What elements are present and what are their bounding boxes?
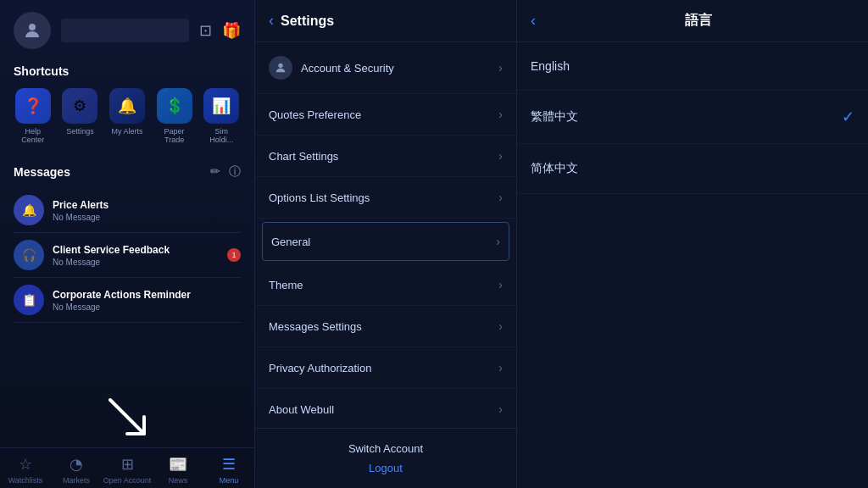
messages-settings-label: Messages Settings [269, 320, 362, 333]
language-traditional-chinese[interactable]: 繁體中文 ✓ [517, 91, 868, 144]
messages-title: Messages [14, 165, 70, 179]
msg-title-3: Corporate Actions Reminder [53, 289, 241, 301]
shortcut-icons: ❓ Help Center ⚙ Settings 🔔 My Alerts 💲 P… [14, 88, 241, 144]
shortcut-sim[interactable]: 📊 Sim Holdi... [202, 88, 241, 144]
language-simplified-chinese[interactable]: 简体中文 [517, 144, 868, 194]
switch-account-button[interactable]: Switch Account [348, 442, 423, 455]
settings-options-list[interactable]: Options List Settings › [255, 177, 516, 219]
chart-settings-label: Chart Settings [269, 150, 338, 163]
language-back-button[interactable]: ‹ [531, 12, 536, 30]
username-bar [61, 19, 189, 42]
menu-label: Menu [220, 476, 239, 485]
messages-header: Messages ✏ ⓘ [14, 164, 241, 180]
shortcut-alerts[interactable]: 🔔 My Alerts [108, 88, 147, 144]
chevron-chart-icon: › [498, 149, 503, 163]
scan-icon[interactable]: ⊡ [199, 21, 212, 40]
shortcuts-section: Shortcuts ❓ Help Center ⚙ Settings 🔔 My … [0, 58, 254, 158]
settings-account-security[interactable]: Account & Security › [255, 42, 516, 94]
check-mark-icon: ✓ [842, 108, 854, 126]
settings-messages[interactable]: Messages Settings › [255, 306, 516, 347]
header-icons: ⊡ 🎁 [199, 21, 241, 40]
msg-subtitle-1: No Message [53, 213, 241, 222]
msg-avatar-1: 🔔 [14, 195, 44, 225]
messages-icons: ✏ ⓘ [210, 164, 241, 180]
shortcut-paper-label: Paper Trade [155, 127, 194, 144]
settings-header: ‹ Settings [255, 0, 516, 42]
msg-content-3: Corporate Actions Reminder No Message [53, 289, 241, 312]
about-label: About Webull [269, 403, 334, 416]
help-icon: ❓ [15, 88, 51, 124]
info-icon[interactable]: ⓘ [229, 164, 241, 180]
msg-avatar-3: 📋 [14, 285, 44, 315]
chevron-messages-icon: › [498, 319, 503, 333]
msg-subtitle-3: No Message [53, 302, 241, 312]
msg-content-1: Price Alerts No Message [53, 199, 241, 222]
shortcut-help[interactable]: ❓ Help Center [14, 88, 53, 144]
msg-avatar-2: 🎧 [14, 240, 44, 270]
traditional-chinese-label: 繁體中文 [531, 109, 578, 125]
logout-button[interactable]: Logout [369, 462, 403, 474]
chevron-privacy-icon: › [498, 361, 503, 374]
settings-privacy[interactable]: Privacy Authorization › [255, 347, 516, 389]
shortcut-alerts-label: My Alerts [111, 127, 142, 136]
back-button[interactable]: ‹ [269, 12, 274, 30]
paper-icon: 💲 [157, 88, 192, 124]
msg-subtitle-2: No Message [53, 258, 219, 267]
options-list-label: Options List Settings [269, 191, 370, 204]
nav-news[interactable]: 📰 News [153, 455, 203, 485]
settings-panel: ‹ Settings Account & Security › Quotes P… [254, 0, 517, 488]
shortcut-settings[interactable]: ⚙ Settings [61, 88, 100, 144]
shortcut-paper[interactable]: 💲 Paper Trade [155, 88, 194, 144]
open-account-label: Open Account [103, 476, 152, 485]
simplified-chinese-label: 简体中文 [531, 161, 578, 176]
settings-icon: ⚙ [62, 88, 97, 124]
settings-item-left-1: Account & Security [269, 56, 394, 80]
nav-watchlists[interactable]: ☆ Watchlists [0, 455, 51, 485]
language-panel: ‹ 語言 English 繁體中文 ✓ 简体中文 [517, 0, 868, 488]
shortcut-help-label: Help Center [14, 127, 53, 144]
message-corp-actions[interactable]: 📋 Corporate Actions Reminder No Message [14, 278, 241, 323]
alerts-icon: 🔔 [109, 88, 145, 124]
language-header: ‹ 語言 [517, 0, 868, 42]
nav-menu[interactable]: ☰ Menu [203, 455, 254, 485]
language-english[interactable]: English [517, 42, 868, 91]
menu-icon: ☰ [222, 455, 236, 474]
bottom-nav: ☆ Watchlists ◔ Markets ⊞ Open Account 📰 … [0, 447, 254, 488]
chevron-theme-icon: › [498, 278, 503, 291]
chevron-general-icon: › [496, 235, 500, 248]
news-icon: 📰 [169, 455, 187, 474]
arrow-indicator [102, 391, 153, 446]
nav-open-account[interactable]: ⊞ Open Account [102, 455, 153, 485]
sim-icon: 📊 [203, 88, 239, 124]
msg-badge-2: 1 [227, 248, 241, 262]
watchlists-icon: ☆ [19, 455, 32, 474]
markets-label: Markets [63, 476, 90, 485]
chevron-account-icon: › [498, 61, 503, 75]
markets-icon: ◔ [70, 455, 83, 474]
avatar[interactable] [14, 12, 51, 49]
settings-chart[interactable]: Chart Settings › [255, 136, 516, 177]
nav-markets[interactable]: ◔ Markets [51, 455, 102, 485]
msg-title-2: Client Service Feedback [53, 244, 219, 256]
svg-point-0 [29, 24, 36, 30]
settings-about[interactable]: About Webull › [255, 389, 516, 428]
english-label: English [531, 59, 570, 73]
svg-line-1 [110, 400, 144, 434]
privacy-label: Privacy Authorization [269, 362, 371, 374]
compose-icon[interactable]: ✏ [210, 164, 220, 180]
chevron-quotes-icon: › [498, 108, 503, 121]
msg-content-2: Client Service Feedback No Message [53, 244, 219, 267]
watchlists-label: Watchlists [8, 476, 43, 485]
message-price-alerts[interactable]: 🔔 Price Alerts No Message [14, 188, 241, 233]
open-account-icon: ⊞ [121, 455, 134, 474]
settings-theme[interactable]: Theme › [255, 264, 516, 306]
theme-label: Theme [269, 279, 303, 291]
language-title: 語言 [542, 12, 854, 30]
message-client-service[interactable]: 🎧 Client Service Feedback No Message 1 [14, 233, 241, 278]
quotes-pref-label: Quotes Preference [269, 108, 361, 121]
svg-point-2 [278, 64, 282, 68]
gift-icon[interactable]: 🎁 [222, 21, 241, 40]
news-label: News [169, 476, 188, 485]
settings-general[interactable]: General › [262, 222, 509, 261]
settings-quotes-pref[interactable]: Quotes Preference › [255, 94, 516, 136]
